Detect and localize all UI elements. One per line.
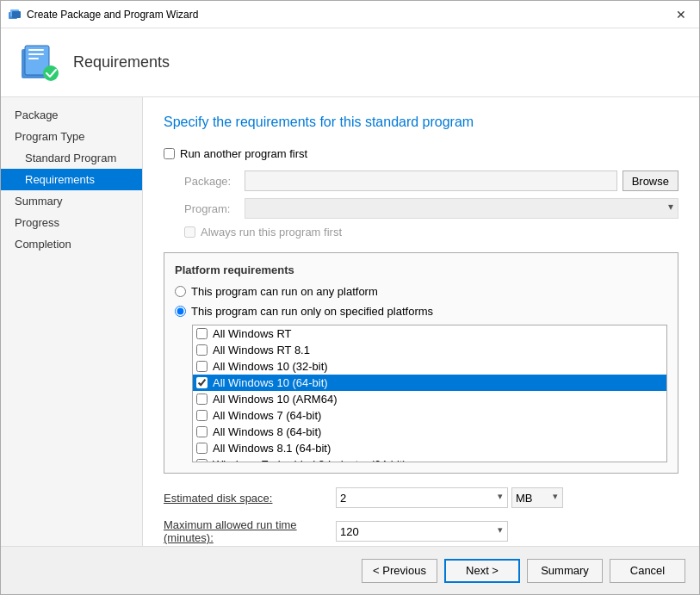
always-run-label[interactable]: Always run this program first [201, 226, 342, 239]
platform-list-item[interactable]: All Windows 8 (64-bit) [193, 424, 666, 440]
any-platform-label[interactable]: This program can run on any platform [191, 285, 378, 298]
sidebar-item-program-type[interactable]: Program Type [1, 126, 142, 147]
window-icon [8, 8, 22, 22]
disk-space-row: Estimated disk space: 2 MB GB KB [164, 487, 678, 508]
title-bar: Create Package and Program Wizard ✕ [1, 1, 699, 28]
platform-item-checkbox[interactable] [196, 443, 208, 454]
run-another-checkbox[interactable] [164, 148, 175, 159]
requirements-icon [18, 42, 59, 84]
svg-rect-7 [28, 53, 44, 55]
package-row: Package: Browse [164, 170, 678, 191]
program-row: Program: [164, 198, 678, 219]
platform-title: Platform requirements [175, 263, 667, 276]
wizard-window: Create Package and Program Wizard ✕ Requ… [0, 0, 700, 595]
platform-list-item[interactable]: All Windows RT [193, 325, 666, 342]
disk-space-label: Estimated disk space: [164, 492, 336, 505]
platform-list-item[interactable]: All Windows 10 (64-bit) [193, 375, 666, 391]
always-run-checkbox[interactable] [184, 226, 195, 238]
run-another-label[interactable]: Run another program first [180, 147, 307, 160]
platform-box: Platform requirements This program can r… [164, 252, 678, 474]
platform-item-label: All Windows RT 8.1 [213, 344, 310, 356]
platform-item-label: All Windows 8 (64-bit) [213, 425, 321, 438]
svg-rect-2 [12, 11, 21, 18]
browse-button[interactable]: Browse [623, 170, 678, 191]
package-input[interactable] [245, 170, 617, 191]
sidebar-item-progress[interactable]: Progress [1, 212, 142, 233]
next-button[interactable]: Next > [444, 559, 520, 583]
cancel-button[interactable]: Cancel [610, 559, 685, 583]
sidebar-item-standard-program[interactable]: Standard Program [1, 147, 142, 169]
platform-item-label: All Windows 7 (64-bit) [213, 409, 321, 422]
svg-rect-6 [28, 49, 44, 51]
platform-item-label: All Windows 10 (64-bit) [213, 376, 328, 389]
wizard-footer: < Previous Next > Summary Cancel [1, 546, 699, 594]
svg-point-9 [43, 65, 59, 81]
run-another-row: Run another program first [164, 147, 678, 160]
wizard-sidebar: Package Program Type Standard Program Re… [1, 97, 143, 546]
platform-item-checkbox[interactable] [196, 426, 208, 437]
program-label: Program: [184, 202, 245, 215]
platform-list-item[interactable]: All Windows 10 (32-bit) [193, 358, 666, 375]
sidebar-item-package[interactable]: Package [1, 104, 142, 126]
platform-list-item[interactable]: Windows Embedded 8 Industry (64-bit) [193, 456, 666, 462]
platform-item-label: All Windows RT [213, 327, 292, 340]
platform-list-container: All Windows RTAll Windows RT 8.1All Wind… [192, 325, 667, 462]
run-time-row: Maximum allowed run time (minutes): 120 [164, 518, 678, 544]
program-dropdown[interactable] [245, 198, 678, 219]
platform-item-checkbox[interactable] [196, 328, 208, 339]
previous-button[interactable]: < Previous [362, 559, 437, 583]
disk-unit-select[interactable]: MB GB KB [511, 487, 563, 508]
summary-button[interactable]: Summary [527, 559, 603, 583]
platform-list-item[interactable]: All Windows 8.1 (64-bit) [193, 440, 666, 456]
platform-item-label: All Windows 8.1 (64-bit) [213, 442, 331, 455]
platform-item-checkbox[interactable] [196, 377, 208, 388]
sidebar-item-completion[interactable]: Completion [1, 233, 142, 255]
platform-item-checkbox[interactable] [196, 361, 208, 372]
specified-platform-label[interactable]: This program can run only on specified p… [191, 305, 433, 318]
any-platform-row: This program can run on any platform [175, 285, 667, 298]
page-title: Specify the requirements for this standa… [164, 115, 678, 130]
run-time-label: Maximum allowed run time (minutes): [164, 518, 336, 544]
disk-space-input[interactable]: 2 [336, 487, 508, 508]
platform-item-label: Windows Embedded 8 Industry (64-bit) [213, 458, 406, 462]
close-button[interactable]: ✕ [670, 3, 692, 26]
platform-list[interactable]: All Windows RTAll Windows RT 8.1All Wind… [192, 325, 667, 462]
platform-item-label: All Windows 10 (ARM64) [213, 393, 338, 406]
sidebar-item-requirements[interactable]: Requirements [1, 169, 142, 190]
platform-item-checkbox[interactable] [196, 394, 208, 405]
always-run-row: Always run this program first [164, 226, 678, 239]
platform-list-item[interactable]: All Windows 7 (64-bit) [193, 407, 666, 424]
package-label: Package: [184, 175, 245, 188]
specified-platform-row: This program can run only on specified p… [175, 305, 667, 318]
platform-item-checkbox[interactable] [196, 410, 208, 421]
any-platform-radio[interactable] [175, 286, 186, 297]
platform-item-checkbox[interactable] [196, 344, 208, 356]
platform-item-checkbox[interactable] [196, 459, 208, 462]
platform-list-item[interactable]: All Windows RT 8.1 [193, 342, 666, 358]
header-title: Requirements [73, 53, 170, 71]
wizard-header: Requirements [1, 28, 699, 97]
sidebar-item-summary[interactable]: Summary [1, 190, 142, 212]
platform-item-label: All Windows 10 (32-bit) [213, 360, 328, 373]
run-time-input[interactable]: 120 [336, 521, 508, 542]
specified-platform-radio[interactable] [175, 306, 186, 317]
svg-rect-8 [28, 58, 39, 59]
platform-list-item[interactable]: All Windows 10 (ARM64) [193, 391, 666, 407]
wizard-content: Package Program Type Standard Program Re… [1, 97, 699, 546]
window-title: Create Package and Program Wizard [27, 9, 670, 21]
wizard-main: Specify the requirements for this standa… [143, 97, 699, 546]
